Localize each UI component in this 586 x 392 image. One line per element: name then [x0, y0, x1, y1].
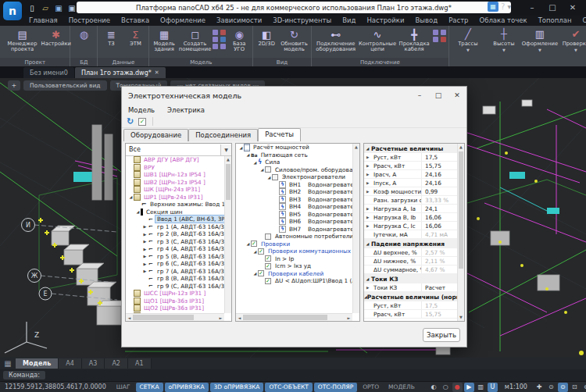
tree-item[interactable]: ШСС [ЩРн-12з IP31 ]: [126, 290, 224, 298]
close-dialog-button[interactable]: Закрыть: [423, 328, 460, 342]
mini-tool-icon[interactable]: [213, 30, 218, 35]
tree-expander-icon[interactable]: ◢: [252, 249, 258, 254]
ribbon-tab-3D-инструменты[interactable]: 3D-инструменты: [267, 16, 337, 26]
zoom-object-icon[interactable]: ⊡: [570, 383, 580, 392]
expand-row-icon[interactable]: ▶: [366, 286, 369, 290]
dialog-tab-Подсоединения[interactable]: Подсоединения: [188, 129, 258, 141]
calc-tree-item[interactable]: ◢✓Проверки: [236, 241, 352, 248]
tree-item[interactable]: АВР ДГУ [АВР ДГУ]: [126, 156, 224, 164]
property-row[interactable]: ΔU нижнее, %2,11 %: [364, 257, 457, 265]
command-line[interactable]: Команда:: [0, 369, 586, 381]
status-toggle-ШАГ[interactable]: ШАГ: [113, 383, 134, 392]
property-row[interactable]: ▶Руст, кВт17,5: [364, 153, 457, 162]
ribbon-button-Настройки[interactable]: ✱Настройки: [44, 27, 68, 47]
status-toggle-СЕТКА[interactable]: СЕТКА: [136, 383, 163, 392]
calc-tree-item[interactable]: ϟВН3Водонагреватель: [236, 196, 352, 204]
checkbox-empty-icon[interactable]: [272, 174, 278, 180]
app-window-icon[interactable]: ▦: [488, 2, 498, 12]
property-row[interactable]: Iутечки, мА4,71 мА: [364, 230, 457, 239]
calc-tree-item[interactable]: ✓Icm > Iкз уд: [236, 262, 352, 270]
property-row[interactable]: ▶Нагрузка B, Ib16,06: [364, 213, 457, 222]
tree-expander-icon[interactable]: ◢: [245, 241, 251, 246]
calc-tree-item[interactable]: Автономные потребители: [236, 233, 352, 241]
ribbon-tab-Зависимости[interactable]: Зависимости: [211, 16, 267, 26]
property-row[interactable]: ▶Токи КЗРасчет: [364, 283, 457, 292]
expand-row-icon[interactable]: ▶: [366, 207, 369, 211]
checkbox-empty-icon[interactable]: [265, 166, 271, 173]
refresh-icon[interactable]: ↻: [127, 116, 134, 127]
mini-tool-icon[interactable]: [441, 37, 446, 42]
tree-item[interactable]: ▶⌐гр 7 (А, АВДТ-63 16А/30мА): [126, 268, 224, 276]
calc-tree-item[interactable]: ◢ВaПитающая сеть: [236, 151, 352, 159]
status-toggle-ОТС-ОБЪЕКТ[interactable]: ОТС-ОБЪЕКТ: [265, 383, 312, 392]
ortho-u-icon[interactable]: U: [488, 383, 498, 392]
nanocad-logo-icon[interactable]: n: [3, 2, 22, 20]
checkbox-checked-icon[interactable]: ✓: [258, 270, 264, 276]
ribbon-tab-Настройки[interactable]: Настройки: [361, 16, 409, 26]
dialog-tab-Оборудование[interactable]: Оборудование: [123, 129, 188, 141]
expand-row-icon[interactable]: ▶: [366, 173, 369, 176]
filter-dropdown[interactable]: Все ▼: [126, 144, 231, 156]
calc-tree-item[interactable]: ϟВН6Водонагреватель: [236, 218, 352, 226]
tree-item[interactable]: ▶⌐гр 6 (С, АВДТ-63 16А/30мА): [126, 260, 224, 268]
mini-tool-icon[interactable]: [213, 44, 218, 49]
property-section-header[interactable]: ◢Токи КЗ: [364, 274, 457, 283]
status-toggle-ОТС-ПОЛЯР[interactable]: ОТС-ПОЛЯР: [314, 383, 357, 392]
sheet-tab-А1[interactable]: А1: [128, 358, 152, 369]
tree-item-selected[interactable]: ⌐Ввод 1 (АВС, ВН-63, 3Р 40А): [126, 216, 224, 223]
property-section-header[interactable]: ◢Расчетные величины: [364, 144, 457, 153]
mini-tool-icon[interactable]: [441, 30, 446, 35]
checkbox-checked-icon[interactable]: ✓: [265, 255, 271, 262]
property-row[interactable]: ▶Iрасч, А24,16: [364, 170, 457, 179]
expand-row-icon[interactable]: ▶: [366, 155, 369, 159]
mini-tool-icon[interactable]: [213, 37, 218, 42]
checkbox-checked-icon[interactable]: ✓: [251, 241, 257, 247]
calc-tree-hscrollbar[interactable]: ◄►: [236, 313, 352, 321]
pan-icon[interactable]: ✚: [534, 383, 545, 392]
tree-expander-icon[interactable]: ◢: [128, 194, 134, 199]
add-view-button[interactable]: +: [8, 80, 20, 91]
tree-item[interactable]: ЩО2 [ЩРв-36з IP31]: [126, 305, 224, 312]
calc-tree-item[interactable]: ϟВН7Водонагреватель: [236, 226, 352, 233]
ribbon-button-ТЗ[interactable]: ≣ТЗ: [99, 27, 123, 47]
calc-tree-item[interactable]: ◢✓Проверки кабелей: [236, 270, 352, 278]
tree-expander-icon[interactable]: ▶: [142, 269, 148, 273]
panels-icon[interactable]: ▥: [476, 383, 486, 392]
ribbon-tab-Оформление[interactable]: Оформление: [155, 16, 211, 26]
ribbon-button-2D/3D[interactable]: ◧2D/3D: [255, 27, 278, 47]
tree-expander-icon[interactable]: ◢: [259, 167, 265, 172]
property-row[interactable]: Руст, кВт17,5: [364, 301, 457, 310]
mini-tool-icon[interactable]: [220, 37, 226, 42]
ribbon-dropdown-Трассы[interactable]: ╱Трассы▼: [451, 26, 485, 66]
sheet-tab-Модель[interactable]: Модель: [16, 358, 59, 369]
mini-tool-icon[interactable]: [220, 30, 226, 35]
dialog-minimize-button[interactable]: –: [410, 91, 429, 99]
tree-item[interactable]: ШК [ЩРн-24з IP31]: [126, 186, 224, 194]
sheet-tab-А2[interactable]: А2: [105, 358, 128, 369]
tree-expander-icon[interactable]: ◢: [266, 175, 272, 180]
property-row[interactable]: Ррасч, кВт15,75: [364, 310, 457, 319]
minimize-button[interactable]: –: [522, 0, 542, 14]
tree-expander-icon[interactable]: ▶: [142, 224, 148, 229]
dialog-menu-Электрика[interactable]: Электрика: [161, 106, 211, 114]
tree-expander-icon[interactable]: ◢: [252, 271, 258, 276]
device-tree-vscrollbar[interactable]: ▲: [224, 156, 231, 313]
navigate-icon[interactable]: ⊕: [581, 383, 586, 392]
close-button[interactable]: ✕: [563, 0, 583, 14]
ribbon-button-Менеджер проекта[interactable]: ▤Менеджер проекта: [2, 27, 43, 53]
brightness-icon[interactable]: ◐: [429, 383, 439, 392]
calc-tree-item[interactable]: ◢Электронагреватели: [236, 173, 352, 181]
property-row[interactable]: ▶Нагрузка А, Ia24,1: [364, 205, 457, 213]
status-toggle-ОРТО[interactable]: ОРТО: [359, 383, 383, 392]
tree-expander-icon[interactable]: ◢: [252, 160, 258, 165]
tree-item[interactable]: ▶⌐гр 1 (А, АВДТ-63 16А/30мА): [126, 223, 224, 231]
sheet-tab-А3[interactable]: А3: [82, 358, 105, 369]
ribbon-dropdown-Оформление[interactable]: ▥Оформление▼: [523, 26, 557, 66]
tree-item[interactable]: ◢Секция шин: [126, 208, 224, 216]
document-tab-Без имени0[interactable]: Без имени0: [23, 67, 74, 78]
expand-row-icon[interactable]: ▶: [366, 224, 369, 228]
calc-tree-item[interactable]: ◢✓Проверки коммутационных аппаратов: [236, 248, 352, 255]
property-section-header[interactable]: ◢Расчетные величины (нормальн: [364, 292, 457, 301]
tree-item[interactable]: ШВ1 [ЩРн-12з IP54 ]: [126, 171, 224, 179]
cursor-icon[interactable]: ▶: [464, 383, 474, 392]
